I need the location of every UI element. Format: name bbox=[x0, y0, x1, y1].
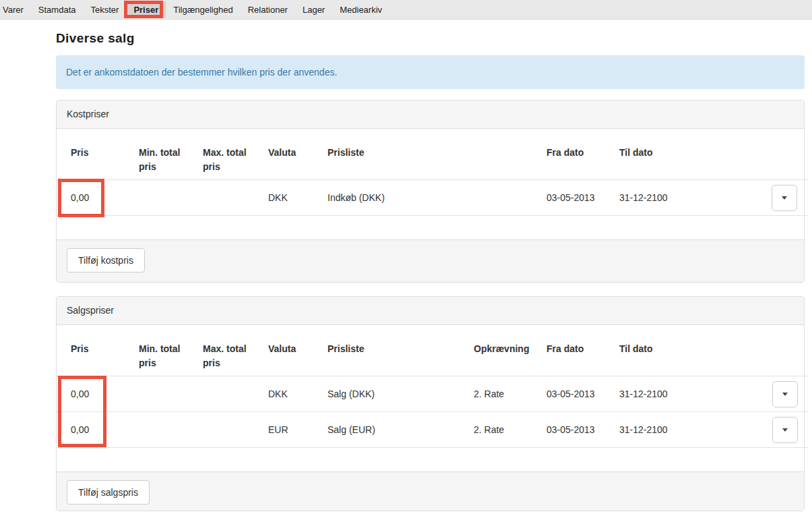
cell-til-dato: 31-12-2100 bbox=[614, 180, 689, 216]
cell-max-total-pris bbox=[197, 412, 263, 448]
cell-pris: 0,00 bbox=[57, 412, 133, 448]
table-gap bbox=[57, 448, 804, 471]
cell-min-total-pris bbox=[133, 412, 197, 448]
cell-min-total-pris bbox=[133, 376, 197, 412]
col-min-total-pris: Min. total pris bbox=[133, 325, 197, 376]
cell-til-dato: 31-12-2100 bbox=[614, 376, 689, 412]
salgspriser-table: Pris Min. total pris Max. total pris Val… bbox=[57, 325, 809, 448]
cell-fra-dato: 03-05-2013 bbox=[541, 412, 614, 448]
cell-fra-dato: 03-05-2013 bbox=[541, 180, 614, 216]
col-til-dato: Til dato bbox=[614, 325, 689, 376]
col-valuta: Valuta bbox=[263, 325, 322, 376]
kostpriser-card-footer: Tilføj kostpris bbox=[57, 239, 804, 282]
tab-priser[interactable]: Priser bbox=[126, 1, 166, 18]
cell-opkraevning: 2. Rate bbox=[468, 412, 541, 448]
kostpriser-table: Pris Min. total pris Max. total pris Val… bbox=[57, 129, 808, 216]
col-actions bbox=[689, 325, 809, 376]
col-til-dato: Til dato bbox=[614, 129, 689, 180]
kostpriser-card: Kostpriser Pris Min. total pris Max. tot… bbox=[56, 100, 805, 283]
chevron-down-icon bbox=[782, 196, 787, 200]
chevron-down-icon bbox=[782, 428, 788, 432]
cell-fra-dato: 03-05-2013 bbox=[541, 376, 614, 412]
row-actions-dropdown[interactable] bbox=[772, 417, 798, 443]
chevron-down-icon bbox=[782, 393, 788, 396]
row-actions-dropdown[interactable] bbox=[772, 381, 798, 407]
col-actions bbox=[689, 129, 808, 180]
col-valuta: Valuta bbox=[263, 129, 322, 180]
salgspriser-card-footer: Tilføj salgspris bbox=[57, 471, 804, 511]
col-fra-dato: Fra dato bbox=[541, 325, 614, 376]
cell-valuta: DKK bbox=[263, 376, 322, 412]
add-salgspris-button[interactable]: Tilføj salgspris bbox=[67, 480, 150, 505]
cell-valuta: EUR bbox=[263, 412, 322, 448]
tab-tilgaengelighed[interactable]: Tilgængelighed bbox=[166, 1, 240, 18]
table-row: 0,00 DKK Salg (DKK) 2. Rate 03-05-2013 3… bbox=[57, 376, 809, 412]
tab-relationer[interactable]: Relationer bbox=[241, 1, 295, 18]
tab-stamdata[interactable]: Stamdata bbox=[31, 1, 84, 18]
col-pris: Pris bbox=[57, 325, 133, 376]
tab-lager[interactable]: Lager bbox=[295, 1, 332, 18]
cell-prisliste: Indkøb (DKK) bbox=[322, 180, 541, 216]
cell-prisliste: Salg (EUR) bbox=[322, 412, 468, 448]
salgspriser-card-title: Salgspriser bbox=[57, 297, 804, 325]
cell-pris: 0,00 bbox=[57, 376, 133, 412]
col-max-total-pris: Max. total pris bbox=[197, 129, 263, 180]
col-prisliste: Prisliste bbox=[322, 325, 468, 376]
cell-til-dato: 31-12-2100 bbox=[614, 412, 689, 448]
tab-tekster[interactable]: Tekster bbox=[83, 1, 126, 18]
row-actions-dropdown[interactable] bbox=[772, 185, 797, 211]
page-title: Diverse salg bbox=[56, 31, 805, 46]
cell-max-total-pris bbox=[197, 376, 263, 412]
salgspriser-card: Salgspriser Pris Min. total pris Max. to… bbox=[56, 296, 805, 511]
info-banner: Det er ankomstdatoen der bestemmer hvilk… bbox=[56, 55, 805, 89]
table-row: 0,00 DKK Indkøb (DKK) 03-05-2013 31-12-2… bbox=[57, 180, 808, 216]
tab-varer[interactable]: Varer bbox=[0, 1, 31, 18]
col-prisliste: Prisliste bbox=[322, 129, 541, 180]
col-min-total-pris: Min. total pris bbox=[133, 129, 197, 180]
table-gap bbox=[57, 216, 804, 239]
col-opkraevning: Opkrævning bbox=[468, 325, 541, 376]
cell-min-total-pris bbox=[133, 180, 197, 216]
cell-pris: 0,00 bbox=[57, 180, 133, 216]
cell-opkraevning: 2. Rate bbox=[468, 376, 541, 412]
cell-prisliste: Salg (DKK) bbox=[322, 376, 468, 412]
col-fra-dato: Fra dato bbox=[541, 129, 614, 180]
tab-mediearkiv[interactable]: Mediearkiv bbox=[332, 1, 389, 18]
add-kostpris-button[interactable]: Tilføj kostpris bbox=[67, 248, 145, 273]
cell-max-total-pris bbox=[197, 180, 263, 216]
kostpriser-card-title: Kostpriser bbox=[57, 101, 804, 129]
top-nav: Varer Stamdata Tekster Priser Tilgængeli… bbox=[0, 0, 812, 20]
table-row: 0,00 EUR Salg (EUR) 2. Rate 03-05-2013 3… bbox=[57, 412, 809, 448]
col-max-total-pris: Max. total pris bbox=[197, 325, 263, 376]
cell-valuta: DKK bbox=[263, 180, 322, 216]
col-pris: Pris bbox=[57, 129, 133, 180]
